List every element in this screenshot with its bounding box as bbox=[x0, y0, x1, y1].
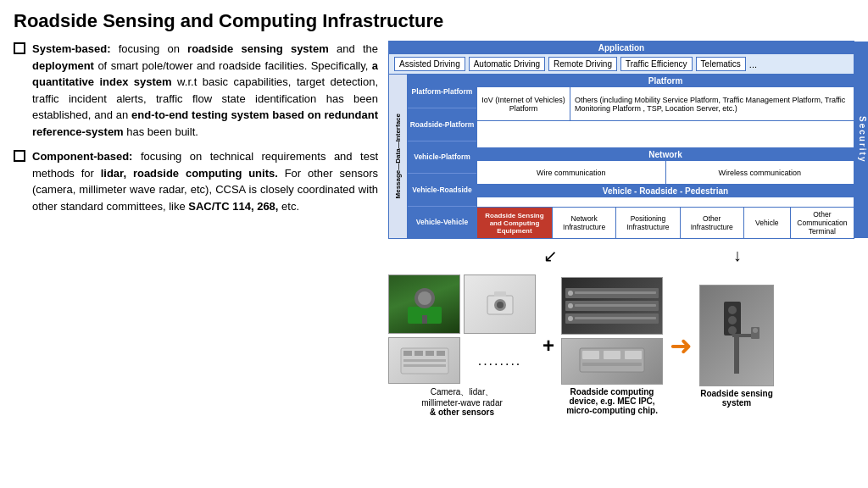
vrp-cell-other-infra: Other Infrastructure bbox=[681, 208, 744, 238]
computing-group: Roadside computing device, e.g. MEC IPC,… bbox=[561, 277, 663, 415]
security-label: Security bbox=[854, 42, 868, 238]
svg-rect-16 bbox=[582, 351, 599, 359]
row-labels: Platform-Platform Roadside-Platform Vehi… bbox=[408, 75, 477, 238]
camera-image bbox=[464, 274, 536, 334]
bullet-item-2: Component-based: focusing on technical r… bbox=[14, 148, 378, 214]
vehicle-roadside-row bbox=[477, 197, 854, 208]
svg-rect-19 bbox=[582, 363, 642, 366]
msg-label: Message—Data—Interface bbox=[394, 114, 402, 198]
svg-rect-18 bbox=[625, 351, 642, 359]
device-image bbox=[561, 338, 663, 385]
diagram: Security Application Assisted Driving Au… bbox=[388, 41, 854, 239]
diagram-content: Platform IoV (Internet of Vehicles) Plat… bbox=[477, 75, 854, 238]
page: Roadside Sensing and Computing Infrastru… bbox=[0, 0, 868, 488]
arrow-right: ↓ bbox=[733, 246, 742, 266]
svg-point-24 bbox=[728, 326, 737, 335]
svg-rect-12 bbox=[437, 351, 445, 356]
application-items-row: Assisted Driving Automatic Driving Remot… bbox=[389, 54, 854, 75]
svg-rect-20 bbox=[734, 336, 739, 374]
bullet1-text1: focusing on bbox=[110, 42, 187, 55]
sensors-caption-line3: & other sensors bbox=[430, 408, 494, 417]
network-row: Wire communication Wireless communicatio… bbox=[477, 161, 854, 185]
svg-rect-7 bbox=[494, 291, 506, 297]
computing-caption-line1: Roadside computing bbox=[570, 387, 654, 396]
bullet-text-2: Component-based: focusing on technical r… bbox=[32, 148, 378, 214]
computing-caption-line3: micro-computing chip. bbox=[566, 406, 658, 415]
svg-rect-11 bbox=[426, 351, 434, 356]
roadside-platform-content bbox=[477, 121, 854, 147]
vrp-header: Vehicle - Roadside - Pedestrian bbox=[477, 185, 854, 197]
svg-rect-3 bbox=[422, 315, 427, 324]
computing-caption-line2: device, e.g. MEC IPC, bbox=[569, 396, 654, 406]
app-item-assisted: Assisted Driving bbox=[394, 57, 465, 71]
vrp-cell-vehicle: Vehicle bbox=[744, 208, 791, 238]
roadside-system-label1: Roadside sensing bbox=[700, 389, 773, 398]
right-arrow: ➜ bbox=[670, 330, 693, 362]
roadside-system-group: Roadside sensing system bbox=[699, 285, 774, 408]
bullet1-text2: and the bbox=[329, 42, 378, 55]
row-label-network: Vehicle-Platform bbox=[408, 141, 476, 175]
vrp-cells-row: Roadside Sensing and Computing Equipment… bbox=[477, 208, 854, 238]
bullet2-text1b: lidar, roadside computing units. bbox=[101, 167, 278, 180]
radar-image bbox=[388, 337, 460, 384]
lidar-image bbox=[388, 274, 460, 334]
svg-rect-10 bbox=[415, 351, 423, 356]
row-label-vehicle-roadside: Vehicle-Roadside bbox=[408, 174, 476, 207]
app-item-dots: ... bbox=[749, 59, 757, 69]
bullet2-text2b: SAC/TC 114, 268, bbox=[188, 200, 278, 213]
sensors-caption: Camera、lidar、 millimeter-wave radar & ot… bbox=[421, 386, 503, 417]
vrp-cell-positioning: Positioning Infrastructure bbox=[616, 208, 680, 238]
application-header: Application bbox=[389, 42, 854, 54]
content-area: System-based: focusing on roadside sensi… bbox=[14, 41, 854, 478]
wire-cell: Wire communication bbox=[477, 161, 666, 184]
checkbox-1 bbox=[14, 42, 25, 54]
vrp-cell-network-infra: Network Infrastructure bbox=[553, 208, 616, 238]
svg-point-27 bbox=[753, 328, 758, 333]
bullet1-text1b: roadside sensing system bbox=[187, 42, 329, 55]
wireless-cell: Wireless communication bbox=[666, 161, 854, 184]
right-column: Security Application Assisted Driving Au… bbox=[388, 41, 854, 478]
svg-point-6 bbox=[497, 302, 504, 308]
bullet2-text3: etc. bbox=[278, 200, 299, 213]
others-cell: Others (including Mobility Service Platf… bbox=[570, 87, 854, 120]
network-header: Network bbox=[477, 148, 854, 161]
svg-point-22 bbox=[728, 306, 737, 314]
diagram-main-grid: Message—Data—Interface Platform-Platform… bbox=[389, 75, 854, 238]
row-label-roadside: Roadside-Platform bbox=[408, 108, 476, 141]
bullet2-label: Component-based: bbox=[32, 150, 132, 163]
svg-point-23 bbox=[728, 316, 737, 324]
platform-platform-row: IoV (Internet of Vehicles) Platform Othe… bbox=[477, 87, 854, 121]
bullet-item-1: System-based: focusing on roadside sensi… bbox=[14, 41, 378, 140]
sensors-group: ........ Camera、lidar、 millimeter-wave r… bbox=[388, 274, 536, 417]
vrp-cell-roadside-sensing: Roadside Sensing and Computing Equipment bbox=[477, 208, 553, 238]
sensors-top-row bbox=[388, 274, 536, 334]
server-image bbox=[561, 277, 663, 335]
iov-cell: IoV (Internet of Vehicles) Platform bbox=[477, 87, 570, 120]
page-title: Roadside Sensing and Computing Infrastru… bbox=[14, 10, 854, 32]
sensors-caption-line2: millimeter-wave radar bbox=[421, 398, 503, 408]
arrow-left: ↙ bbox=[543, 246, 558, 266]
roadside-system-label2: system bbox=[722, 398, 751, 408]
computing-caption: Roadside computing device, e.g. MEC IPC,… bbox=[566, 387, 658, 415]
svg-rect-14 bbox=[403, 364, 446, 367]
vrp-cell-communication: Other Communication Terminal bbox=[791, 208, 854, 238]
app-item-traffic: Traffic Efficiency bbox=[620, 57, 693, 71]
svg-rect-17 bbox=[604, 351, 620, 359]
app-item-telematics: Telematics bbox=[696, 57, 746, 71]
bullet1-text3: of smart pole/tower and roadside facilit… bbox=[94, 59, 372, 72]
svg-point-2 bbox=[418, 291, 431, 305]
bullet-text-1: System-based: focusing on roadside sensi… bbox=[32, 41, 378, 140]
bullet1-label: System-based: bbox=[32, 42, 110, 55]
app-item-automatic: Automatic Driving bbox=[469, 57, 545, 71]
left-column: System-based: focusing on roadside sensi… bbox=[14, 41, 378, 478]
images-section: ........ Camera、lidar、 millimeter-wave r… bbox=[388, 274, 854, 417]
platform-header: Platform bbox=[477, 75, 854, 87]
sensors-caption-line1: Camera、lidar、 bbox=[431, 387, 493, 396]
bullet1-text2b: deployment bbox=[32, 59, 94, 72]
roadside-platform-row bbox=[477, 121, 854, 148]
sensors-bottom-row: ........ bbox=[388, 337, 536, 384]
roadside-system-image bbox=[699, 285, 774, 386]
checkbox-2 bbox=[14, 150, 25, 162]
row-label-platform: Platform-Platform bbox=[408, 75, 476, 108]
svg-rect-9 bbox=[403, 351, 412, 356]
